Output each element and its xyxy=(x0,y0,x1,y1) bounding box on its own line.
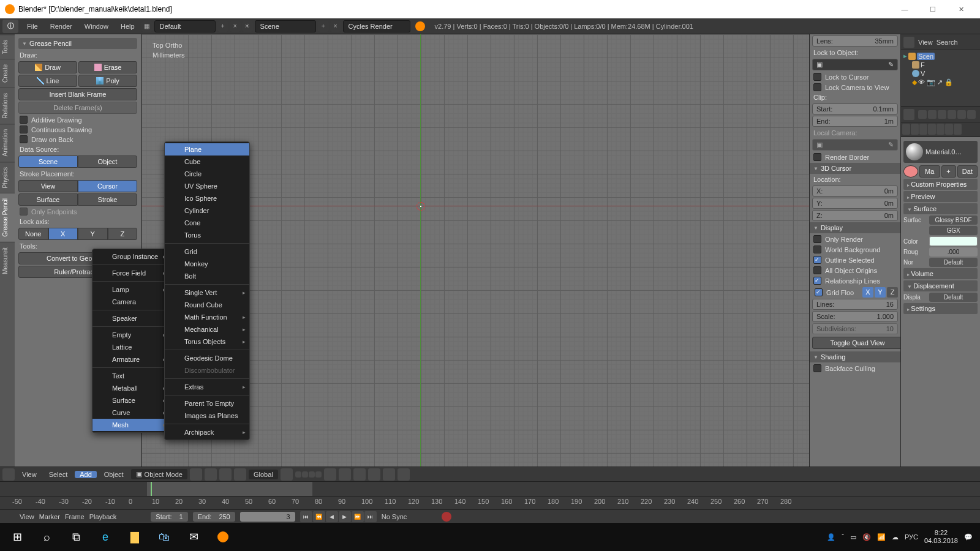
menu-object[interactable]: Object xyxy=(99,471,129,478)
scene-icon[interactable]: ☀ xyxy=(242,21,253,32)
play-button[interactable]: ▶ xyxy=(339,511,351,522)
layers-icon[interactable] xyxy=(281,468,293,481)
grid-z[interactable]: Z xyxy=(887,287,898,298)
add-menu-item[interactable]: Surface xyxy=(92,394,170,407)
preview-header[interactable]: Preview xyxy=(903,191,978,202)
distribution-select[interactable]: GGX xyxy=(929,226,978,235)
gp-header[interactable]: Grease Pencil xyxy=(18,38,137,49)
prop-tab[interactable] xyxy=(902,124,910,135)
outliner-type-icon[interactable] xyxy=(903,37,914,48)
3dview-type-icon[interactable] xyxy=(2,468,15,481)
prop-tab[interactable] xyxy=(954,124,962,135)
render-engine-select[interactable]: Cycles Render xyxy=(343,20,410,32)
3d-cursor-header[interactable]: 3D Cursor xyxy=(810,163,900,174)
cursor-x[interactable]: X:0m xyxy=(812,186,898,197)
tl-marker[interactable]: Marker xyxy=(39,513,60,520)
shading-header[interactable]: Shading xyxy=(810,351,900,362)
blender-taskbar-icon[interactable] xyxy=(208,523,238,551)
scene-add-icon[interactable]: + xyxy=(318,21,329,32)
prop-tab[interactable] xyxy=(945,124,953,135)
add-menu-item[interactable]: Armature xyxy=(92,353,170,365)
scene-select[interactable]: Scene xyxy=(255,20,316,32)
cursor-y[interactable]: Y:0m xyxy=(812,198,898,209)
menu-window[interactable]: Window xyxy=(78,23,115,30)
la-x[interactable]: X xyxy=(48,228,78,240)
keying-set-icon[interactable] xyxy=(471,512,481,522)
task-view-icon[interactable]: ⧉ xyxy=(61,523,91,551)
material-add-icon[interactable]: + xyxy=(941,165,956,178)
poly-button[interactable]: Poly xyxy=(78,75,137,87)
add-menu-item[interactable]: Mesh xyxy=(92,419,170,431)
outline-selected-check[interactable]: Outline Selected xyxy=(810,255,900,265)
clock[interactable]: 8:2204.03.2018 xyxy=(924,529,958,545)
volume-header[interactable]: Volume xyxy=(903,268,978,279)
mesh-menu-item[interactable]: Round Cube xyxy=(165,299,249,311)
world-bg-check[interactable]: World Background xyxy=(810,244,900,255)
key-icon[interactable] xyxy=(952,512,962,522)
menu-help[interactable]: Help xyxy=(115,23,141,30)
axis-icon[interactable] xyxy=(234,468,246,481)
proportional-icon[interactable] xyxy=(353,468,366,481)
material-name-field[interactable]: Ma xyxy=(919,165,940,178)
lang-indicator[interactable]: РУС xyxy=(905,533,918,541)
outliner-view[interactable]: View xyxy=(918,39,933,46)
notifications-icon[interactable]: 💬 xyxy=(964,533,973,541)
mesh-menu-item[interactable]: Math Function xyxy=(165,311,249,323)
mesh-menu-item[interactable]: Parent To Empty xyxy=(165,397,249,410)
ds-scene[interactable]: Scene xyxy=(18,156,78,168)
mesh-menu-item[interactable]: Cone xyxy=(165,217,249,229)
displacement-header[interactable]: Displacement xyxy=(903,280,978,291)
mesh-menu-item[interactable]: Cube xyxy=(165,156,249,168)
minimize-button[interactable]: — xyxy=(891,0,919,18)
mesh-menu-item[interactable]: Cylinder xyxy=(165,204,249,217)
explorer-icon[interactable]: ▇ xyxy=(120,523,149,551)
play-reverse-button[interactable]: ◀ xyxy=(326,511,338,522)
only-render-check[interactable]: Only Render xyxy=(810,234,900,244)
pivot-icon[interactable] xyxy=(205,468,217,481)
start-frame-field[interactable]: Start:1 xyxy=(151,512,187,522)
tl-view[interactable]: View xyxy=(20,513,34,520)
close-button[interactable]: ✕ xyxy=(947,0,975,18)
sp-cursor[interactable]: Cursor xyxy=(78,180,137,192)
orientation-select[interactable]: Global xyxy=(249,470,278,479)
la-z[interactable]: Z xyxy=(108,228,138,240)
camera-icon[interactable] xyxy=(383,468,395,481)
displacement-select[interactable]: Default xyxy=(929,293,978,302)
playhead[interactable] xyxy=(151,482,152,496)
tab-physics[interactable]: Physics xyxy=(0,162,15,193)
mail-icon[interactable]: ✉ xyxy=(179,523,208,551)
mesh-menu-item[interactable]: Ico Sphere xyxy=(165,192,249,204)
add-menu-item[interactable]: Metaball xyxy=(92,382,170,394)
menu-view[interactable]: View xyxy=(17,471,42,478)
scene-del-icon[interactable]: × xyxy=(330,21,341,32)
keyset-icon[interactable] xyxy=(136,512,146,522)
tl-playback[interactable]: Playback xyxy=(89,513,117,520)
draw-on-back-check[interactable]: Draw on Back xyxy=(20,135,136,143)
mesh-menu-item[interactable]: Images as Planes xyxy=(165,410,249,422)
snap-type-icon[interactable] xyxy=(339,468,351,481)
display-header[interactable]: Display xyxy=(810,222,900,233)
mesh-menu-item[interactable]: Torus xyxy=(165,229,249,241)
mesh-menu-item[interactable]: Circle xyxy=(165,168,249,180)
add-menu-item[interactable]: Force Field xyxy=(92,267,170,279)
grid-scale-field[interactable]: Scale:1.000 xyxy=(812,311,898,322)
layout-del-icon[interactable]: × xyxy=(230,21,241,32)
start-button[interactable]: ⊞ xyxy=(2,523,32,551)
only-endpoints-check[interactable]: Only Endpoints xyxy=(20,208,136,216)
draw-button[interactable]: Draw xyxy=(18,61,77,73)
mesh-menu-item[interactable]: Monkey xyxy=(165,258,249,270)
surface-header[interactable]: Surface xyxy=(903,203,978,214)
manipulator-icon[interactable] xyxy=(219,468,232,481)
mesh-menu-item[interactable]: Geodesic Dome xyxy=(165,352,249,364)
clip-start-field[interactable]: Start:0.1mm xyxy=(812,103,898,114)
grid-y[interactable]: Y xyxy=(875,287,886,298)
tab-measureit[interactable]: Measureit xyxy=(0,242,15,279)
props-context-icon[interactable] xyxy=(957,110,966,119)
props-context-icon[interactable] xyxy=(967,110,976,119)
lens-field[interactable]: Lens:35mm xyxy=(812,36,898,47)
volume-icon[interactable]: 🔇 xyxy=(862,533,871,541)
mode-select[interactable]: ▣Object Mode xyxy=(131,469,187,479)
outliner-search[interactable]: Search xyxy=(937,39,958,46)
shading-icon[interactable] xyxy=(190,468,202,481)
autokey-icon[interactable] xyxy=(121,512,131,522)
